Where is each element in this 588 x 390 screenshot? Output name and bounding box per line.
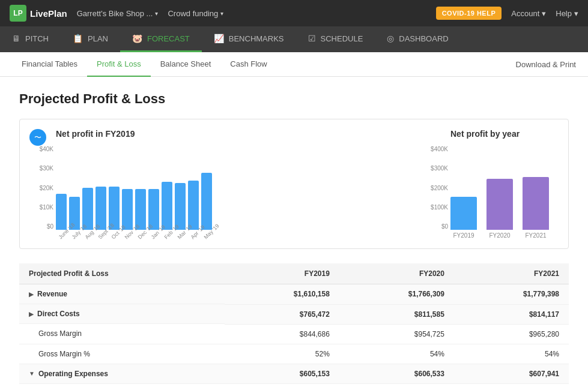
help-label: Help	[556, 9, 572, 18]
tab-cash-flow[interactable]: Cash Flow	[220, 52, 276, 77]
row-value: $1,779,398	[454, 284, 569, 305]
yearly-bar	[450, 197, 477, 230]
tab-balance-sheet[interactable]: Balance Sheet	[151, 52, 221, 77]
help-button[interactable]: Help ▾	[556, 9, 578, 18]
tab-financial-tables[interactable]: Financial Tables	[12, 52, 87, 77]
nav-benchmarks-label: BENCHMARKS	[229, 34, 284, 43]
nav-schedule[interactable]: ☑ SCHEDULE	[296, 26, 375, 52]
monthly-chart-title: Net profit in FY2019	[56, 129, 400, 139]
nav-plan-label: PLAN	[88, 34, 108, 43]
nav-forecast[interactable]: 🐷 FORECAST	[120, 26, 202, 52]
yearly-bar	[486, 179, 513, 230]
monthly-bar	[188, 181, 199, 230]
project-dropdown[interactable]: Crowd funding ▾	[168, 9, 223, 18]
yearly-bar-chart: $400K $300K $200K $100K $0	[424, 146, 556, 230]
monthly-x-label: Feb '19	[163, 229, 175, 241]
nav-plan[interactable]: 📋 PLAN	[61, 26, 120, 52]
col-header-fy2020: FY2020	[339, 263, 454, 284]
row-value: $811,585	[339, 304, 454, 324]
row-value: 54%	[454, 344, 569, 364]
monthly-x-label: Apr '19	[190, 229, 202, 241]
expand-icon[interactable]: ▶	[29, 311, 34, 317]
chart-wave-icon: 〜	[29, 129, 46, 146]
monthly-x-label: Dec '18	[137, 229, 149, 241]
table-header-row: Projected Profit & Loss FY2019 FY2020 FY…	[19, 263, 569, 284]
monthly-bar	[162, 182, 172, 230]
chart-container: 〜 Net profit in FY2019 $40K $30K $20K $1…	[19, 119, 569, 249]
page-content: Projected Profit & Loss 〜 Net profit in …	[0, 77, 588, 390]
tab-profit-loss[interactable]: Profit & Loss	[87, 52, 151, 77]
monthly-x-label: July '18	[71, 229, 83, 241]
nav-dashboard[interactable]: ◎ DASHBOARD	[375, 26, 460, 52]
plan-icon: 📋	[73, 34, 83, 43]
monthly-bar	[175, 183, 186, 230]
help-arrow: ▾	[574, 9, 578, 18]
company-name: Garrett's Bike Shop ...	[77, 9, 153, 18]
row-value: $1,766,309	[339, 284, 454, 305]
row-value: $965,280	[454, 324, 569, 344]
row-value: $765,472	[225, 304, 339, 324]
collapse-icon[interactable]: ▼	[29, 370, 35, 377]
account-label: Account	[511, 9, 539, 18]
benchmarks-icon: 📈	[214, 34, 224, 43]
monthly-x-label: Jan '19	[150, 229, 162, 241]
row-label: Gross Margin	[19, 324, 225, 344]
monthly-x-label: Sept '18	[97, 229, 109, 241]
company-dropdown[interactable]: Garrett's Bike Shop ... ▾	[77, 9, 159, 18]
table-row: ▶Revenue$1,610,158$1,766,309$1,779,398	[19, 284, 569, 305]
table-row: ▼Operating Expenses$605,153$606,533$607,…	[19, 364, 569, 384]
nav-pitch-label: PITCH	[25, 34, 49, 43]
yearly-x-label: FY2019	[450, 232, 477, 239]
account-button[interactable]: Account ▾	[511, 9, 546, 18]
row-value: $606,533	[339, 364, 454, 384]
download-print-button[interactable]: Download & Print	[516, 53, 576, 76]
yearly-y-axis: $400K $300K $200K $100K $0	[424, 146, 448, 230]
company-dropdown-arrow: ▾	[155, 10, 158, 17]
col-header-name: Projected Profit & Loss	[19, 263, 225, 284]
yearly-chart-title: Net profit by year	[450, 129, 556, 139]
covid-help-button[interactable]: COVID-19 HELP	[436, 7, 502, 20]
nav-benchmarks[interactable]: 📈 BENCHMARKS	[202, 26, 296, 52]
yearly-x-label: FY2021	[523, 232, 549, 239]
nav-forecast-label: FORECAST	[147, 34, 190, 43]
table-row: ▶Direct Costs$765,472$811,585$814,117	[19, 304, 569, 324]
monthly-chart: Net profit in FY2019 $40K $30K $20K $10K…	[32, 129, 400, 239]
monthly-bar-chart: $40K $30K $20K $10K $0	[32, 146, 400, 230]
row-value: $954,725	[339, 324, 454, 344]
col-header-fy2021: FY2021	[454, 263, 569, 284]
logo-text: LivePlan	[30, 8, 67, 19]
yearly-x-labels: FY2019FY2020FY2021	[424, 232, 556, 239]
monthly-x-label: May '19	[203, 229, 215, 241]
nav-pitch[interactable]: 🖥 PITCH	[0, 26, 61, 52]
forecast-icon: 🐷	[132, 34, 142, 43]
account-arrow: ▾	[542, 9, 546, 18]
monthly-y-axis: $40K $30K $20K $10K $0	[32, 146, 53, 230]
dashboard-icon: ◎	[387, 34, 394, 43]
row-value: 52%	[225, 344, 339, 364]
col-header-fy2019: FY2019	[225, 263, 339, 284]
yearly-bar	[523, 177, 549, 230]
monthly-x-labels: June '18July '18Aug '18Sept '18Oct '18No…	[32, 232, 400, 238]
yearly-chart: Net profit by year $400K $300K $200K $10…	[424, 129, 556, 239]
project-name: Crowd funding	[168, 9, 218, 18]
logo: LP LivePlan	[10, 5, 67, 22]
sub-nav: 🖥 PITCH 📋 PLAN 🐷 FORECAST 📈 BENCHMARKS ☑…	[0, 26, 588, 52]
row-value: $844,686	[225, 324, 339, 344]
row-value: $607,941	[454, 364, 569, 384]
row-value: $1,610,158	[225, 284, 339, 305]
monthly-bar	[122, 189, 133, 230]
monthly-x-label: Mar '19	[177, 229, 189, 241]
profit-loss-table: Projected Profit & Loss FY2019 FY2020 FY…	[19, 263, 569, 384]
row-value: 54%	[339, 344, 454, 364]
monthly-x-label: Aug '18	[84, 229, 96, 241]
page-title: Projected Profit & Loss	[19, 91, 569, 107]
pitch-icon: 🖥	[12, 34, 20, 43]
monthly-x-label: Oct '18	[111, 229, 123, 241]
row-label: Operating Expenses	[38, 370, 108, 378]
row-label: Revenue	[37, 290, 67, 298]
yearly-x-label: FY2020	[486, 232, 513, 239]
row-value: $605,153	[225, 364, 339, 384]
row-label: Gross Margin %	[19, 344, 225, 364]
expand-icon[interactable]: ▶	[29, 291, 34, 298]
monthly-bar	[56, 194, 67, 230]
